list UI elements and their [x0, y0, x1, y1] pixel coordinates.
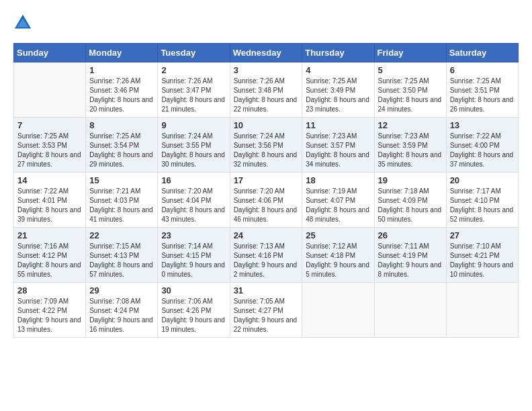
calendar-cell [302, 283, 374, 338]
weekday-header-row: SundayMondayTuesdayWednesdayThursdayFrid… [14, 44, 519, 62]
day-number: 18 [306, 175, 370, 185]
day-number: 29 [89, 285, 154, 295]
day-info: Sunrise: 7:13 AM Sunset: 4:16 PM Dayligh… [234, 242, 299, 279]
day-number: 13 [450, 120, 515, 130]
day-number: 14 [17, 175, 82, 185]
day-number: 30 [161, 285, 226, 295]
calendar-cell: 27Sunrise: 7:10 AM Sunset: 4:21 PM Dayli… [446, 228, 518, 283]
day-number: 24 [234, 230, 299, 240]
calendar-cell: 30Sunrise: 7:06 AM Sunset: 4:26 PM Dayli… [158, 283, 230, 338]
day-number: 3 [234, 65, 299, 75]
day-info: Sunrise: 7:11 AM Sunset: 4:19 PM Dayligh… [378, 242, 443, 279]
logo-icon [13, 13, 32, 32]
calendar-cell [374, 283, 446, 338]
calendar-cell [446, 283, 518, 338]
day-info: Sunrise: 7:08 AM Sunset: 4:24 PM Dayligh… [89, 297, 154, 334]
calendar-cell: 29Sunrise: 7:08 AM Sunset: 4:24 PM Dayli… [86, 283, 158, 338]
calendar-cell: 22Sunrise: 7:15 AM Sunset: 4:13 PM Dayli… [86, 228, 158, 283]
calendar-table: SundayMondayTuesdayWednesdayThursdayFrid… [13, 43, 519, 338]
day-info: Sunrise: 7:17 AM Sunset: 4:10 PM Dayligh… [450, 187, 515, 224]
day-number: 19 [378, 175, 443, 185]
calendar-cell: 20Sunrise: 7:17 AM Sunset: 4:10 PM Dayli… [446, 173, 518, 228]
day-number: 20 [450, 175, 515, 185]
day-number: 26 [378, 230, 443, 240]
calendar-cell: 4Sunrise: 7:25 AM Sunset: 3:49 PM Daylig… [302, 62, 374, 118]
day-number: 15 [89, 175, 154, 185]
day-number: 17 [234, 175, 299, 185]
calendar-cell: 23Sunrise: 7:14 AM Sunset: 4:15 PM Dayli… [158, 228, 230, 283]
calendar-cell: 17Sunrise: 7:20 AM Sunset: 4:06 PM Dayli… [230, 173, 302, 228]
calendar-cell: 25Sunrise: 7:12 AM Sunset: 4:18 PM Dayli… [302, 228, 374, 283]
day-number: 11 [306, 120, 370, 130]
day-info: Sunrise: 7:25 AM Sunset: 3:49 PM Dayligh… [306, 77, 370, 114]
calendar-cell: 24Sunrise: 7:13 AM Sunset: 4:16 PM Dayli… [230, 228, 302, 283]
logo [13, 13, 35, 32]
week-row-2: 7Sunrise: 7:25 AM Sunset: 3:53 PM Daylig… [14, 118, 519, 173]
day-info: Sunrise: 7:24 AM Sunset: 3:55 PM Dayligh… [161, 132, 226, 169]
weekday-header-wednesday: Wednesday [230, 44, 302, 62]
day-number: 27 [450, 230, 515, 240]
day-info: Sunrise: 7:06 AM Sunset: 4:26 PM Dayligh… [161, 297, 226, 334]
day-info: Sunrise: 7:24 AM Sunset: 3:56 PM Dayligh… [234, 132, 299, 169]
page-header [13, 13, 519, 32]
day-info: Sunrise: 7:14 AM Sunset: 4:15 PM Dayligh… [161, 242, 226, 279]
calendar-cell: 1Sunrise: 7:26 AM Sunset: 3:46 PM Daylig… [86, 62, 158, 118]
calendar-cell: 11Sunrise: 7:23 AM Sunset: 3:57 PM Dayli… [302, 118, 374, 173]
day-info: Sunrise: 7:26 AM Sunset: 3:47 PM Dayligh… [161, 77, 226, 114]
calendar-cell: 19Sunrise: 7:18 AM Sunset: 4:09 PM Dayli… [374, 173, 446, 228]
calendar-cell: 31Sunrise: 7:05 AM Sunset: 4:27 PM Dayli… [230, 283, 302, 338]
day-info: Sunrise: 7:10 AM Sunset: 4:21 PM Dayligh… [450, 242, 515, 279]
weekday-header-tuesday: Tuesday [158, 44, 230, 62]
day-info: Sunrise: 7:09 AM Sunset: 4:22 PM Dayligh… [17, 297, 82, 334]
day-number: 10 [234, 120, 299, 130]
day-number: 25 [306, 230, 370, 240]
calendar-cell: 26Sunrise: 7:11 AM Sunset: 4:19 PM Dayli… [374, 228, 446, 283]
week-row-1: 1Sunrise: 7:26 AM Sunset: 3:46 PM Daylig… [14, 62, 519, 118]
calendar-cell: 14Sunrise: 7:22 AM Sunset: 4:01 PM Dayli… [14, 173, 86, 228]
day-info: Sunrise: 7:15 AM Sunset: 4:13 PM Dayligh… [89, 242, 154, 279]
day-number: 4 [306, 65, 370, 75]
day-number: 1 [89, 65, 154, 75]
day-info: Sunrise: 7:26 AM Sunset: 3:46 PM Dayligh… [89, 77, 154, 114]
day-info: Sunrise: 7:05 AM Sunset: 4:27 PM Dayligh… [234, 297, 299, 334]
day-info: Sunrise: 7:16 AM Sunset: 4:12 PM Dayligh… [17, 242, 82, 279]
calendar-cell: 13Sunrise: 7:22 AM Sunset: 4:00 PM Dayli… [446, 118, 518, 173]
day-info: Sunrise: 7:25 AM Sunset: 3:51 PM Dayligh… [450, 77, 515, 114]
day-number: 6 [450, 65, 515, 75]
weekday-header-sunday: Sunday [14, 44, 86, 62]
calendar-cell [14, 62, 86, 118]
calendar-cell: 21Sunrise: 7:16 AM Sunset: 4:12 PM Dayli… [14, 228, 86, 283]
day-info: Sunrise: 7:18 AM Sunset: 4:09 PM Dayligh… [378, 187, 443, 224]
week-row-5: 28Sunrise: 7:09 AM Sunset: 4:22 PM Dayli… [14, 283, 519, 338]
calendar-cell: 5Sunrise: 7:25 AM Sunset: 3:50 PM Daylig… [374, 62, 446, 118]
calendar-cell: 7Sunrise: 7:25 AM Sunset: 3:53 PM Daylig… [14, 118, 86, 173]
day-info: Sunrise: 7:20 AM Sunset: 4:06 PM Dayligh… [234, 187, 299, 224]
day-info: Sunrise: 7:22 AM Sunset: 4:00 PM Dayligh… [450, 132, 515, 169]
day-info: Sunrise: 7:25 AM Sunset: 3:53 PM Dayligh… [17, 132, 82, 169]
day-info: Sunrise: 7:22 AM Sunset: 4:01 PM Dayligh… [17, 187, 82, 224]
calendar-cell: 6Sunrise: 7:25 AM Sunset: 3:51 PM Daylig… [446, 62, 518, 118]
week-row-4: 21Sunrise: 7:16 AM Sunset: 4:12 PM Dayli… [14, 228, 519, 283]
weekday-header-thursday: Thursday [302, 44, 374, 62]
week-row-3: 14Sunrise: 7:22 AM Sunset: 4:01 PM Dayli… [14, 173, 519, 228]
calendar-cell: 9Sunrise: 7:24 AM Sunset: 3:55 PM Daylig… [158, 118, 230, 173]
day-info: Sunrise: 7:26 AM Sunset: 3:48 PM Dayligh… [234, 77, 299, 114]
calendar-cell: 28Sunrise: 7:09 AM Sunset: 4:22 PM Dayli… [14, 283, 86, 338]
day-number: 16 [161, 175, 226, 185]
day-info: Sunrise: 7:25 AM Sunset: 3:50 PM Dayligh… [378, 77, 443, 114]
day-info: Sunrise: 7:19 AM Sunset: 4:07 PM Dayligh… [306, 187, 370, 224]
day-info: Sunrise: 7:12 AM Sunset: 4:18 PM Dayligh… [306, 242, 370, 279]
weekday-header-monday: Monday [86, 44, 158, 62]
calendar-cell: 10Sunrise: 7:24 AM Sunset: 3:56 PM Dayli… [230, 118, 302, 173]
day-number: 8 [89, 120, 154, 130]
day-number: 23 [161, 230, 226, 240]
calendar-cell: 2Sunrise: 7:26 AM Sunset: 3:47 PM Daylig… [158, 62, 230, 118]
day-number: 9 [161, 120, 226, 130]
weekday-header-saturday: Saturday [446, 44, 518, 62]
day-number: 31 [234, 285, 299, 295]
calendar-cell: 3Sunrise: 7:26 AM Sunset: 3:48 PM Daylig… [230, 62, 302, 118]
calendar-cell: 18Sunrise: 7:19 AM Sunset: 4:07 PM Dayli… [302, 173, 374, 228]
day-number: 2 [161, 65, 226, 75]
day-info: Sunrise: 7:23 AM Sunset: 3:57 PM Dayligh… [306, 132, 370, 169]
day-number: 7 [17, 120, 82, 130]
